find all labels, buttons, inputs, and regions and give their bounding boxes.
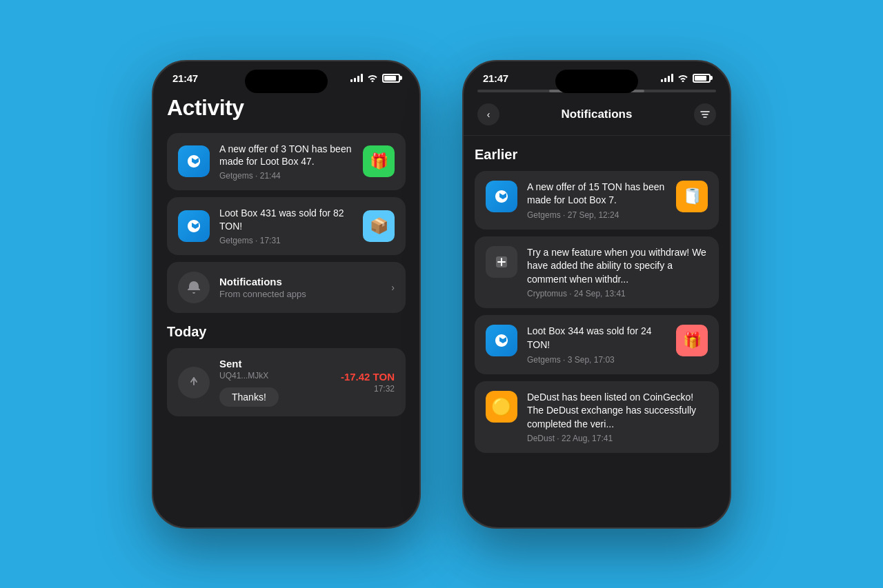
today-label: Today [167,324,406,340]
notif-body-3: Loot Box 344 was sold for 24 TON! Getgem… [527,325,666,364]
getgems-icon-2 [178,210,210,242]
cryptomus-icon [486,246,517,278]
bell-icon [178,272,210,303]
notif-body-1: A new offer of 15 TON has been made for … [527,181,666,220]
notif-item-3: Loot Box 344 was sold for 24 TON! Getgem… [475,315,719,374]
notif-msg-1: A new offer of 15 TON has been made for … [527,181,666,207]
signal-icon [350,74,363,82]
notif-body-2: Try a new feature when you withdraw! We … [527,246,708,299]
notifications-subtitle: From connected apps [219,289,381,299]
notif-meta-4: DeDust · 22 Aug, 17:41 [527,434,708,443]
chevron-right-icon: › [391,282,395,293]
notif-getgems-icon-1 [486,181,517,212]
card-title-1: A new offer of 3 TON has been made for L… [219,143,353,169]
status-time-2: 21:47 [483,72,508,84]
notif-thumb-3: 🎁 [676,325,708,356]
transaction-type: Sent [219,358,331,369]
notif-getgems-icon-3 [486,325,517,356]
transaction-amount: -17.42 TON [341,371,395,383]
wifi-icon-2 [677,74,688,82]
notif-body-4: DeDust has been listed on CoinGecko! The… [527,391,708,444]
notif-item-1: A new offer of 15 TON has been made for … [475,171,719,230]
card-text-2: Loot Box 431 was sold for 82 TON! Getgem… [219,207,353,245]
notif-item-4: 🟡 DeDust has been listed on CoinGecko! T… [475,381,719,454]
battery-icon [382,74,400,83]
card-text-1: A new offer of 3 TON has been made for L… [219,143,353,181]
dynamic-island [245,70,328,93]
dedust-icon: 🟡 [486,391,517,423]
sent-icon [178,367,210,398]
card-meta-1: Getgems · 21:44 [219,171,353,181]
today-transaction: Sent UQ41...MJkX Thanks! -17.42 TON 17:3… [167,348,406,416]
today-text: Sent UQ41...MJkX Thanks! [219,358,331,407]
earlier-label: Earlier [475,147,719,163]
card-meta-2: Getgems · 17:31 [219,236,353,245]
notifications-page-title: Notifications [499,108,694,121]
notif-thumb-1: 🧻 [676,181,708,212]
notif-msg-4: DeDust has been listed on CoinGecko! The… [527,391,708,432]
phone-notifications: 21:47 ‹ Notifications [462,60,731,529]
thanks-button[interactable]: Thanks! [219,387,279,407]
status-icons-2 [661,74,711,83]
card-thumb-1: 🎁 [363,145,395,177]
notif-msg-3: Loot Box 344 was sold for 24 TON! [527,325,666,352]
filter-button[interactable] [694,103,716,125]
dynamic-island-2 [555,70,638,93]
transaction-time: 17:32 [341,384,395,394]
notif-msg-2: Try a new feature when you withdraw! We … [527,246,708,287]
status-icons-1 [350,74,400,83]
wifi-icon [367,74,378,82]
transaction-amount-block: -17.42 TON 17:32 [341,371,395,394]
activity-card-2: Loot Box 431 was sold for 82 TON! Getgem… [167,197,406,255]
getgems-icon-1 [178,145,210,177]
transaction-address: UQ41...MJkX [219,371,331,381]
notif-meta-3: Getgems · 3 Sep, 17:03 [527,355,666,365]
phone-activity: 21:47 Activity [152,60,421,529]
notif-item-2: Try a new feature when you withdraw! We … [475,236,719,309]
activity-title: Activity [167,95,406,121]
notifications-text: Notifications From connected apps [219,276,381,299]
notifications-header: ‹ Notifications [464,98,730,136]
notifications-row[interactable]: Notifications From connected apps › [167,262,406,313]
activity-card-1: A new offer of 3 TON has been made for L… [167,133,406,191]
notifications-title: Notifications [219,276,381,287]
status-time-1: 21:47 [172,72,198,84]
notif-meta-1: Getgems · 27 Sep, 12:24 [527,210,666,220]
back-button[interactable]: ‹ [477,103,499,125]
signal-icon-2 [661,74,673,82]
battery-icon-2 [693,74,711,83]
notif-meta-2: Cryptomus · 24 Sep, 13:41 [527,289,708,298]
card-title-2: Loot Box 431 was sold for 82 TON! [219,207,353,233]
card-thumb-2: 📦 [363,210,395,242]
